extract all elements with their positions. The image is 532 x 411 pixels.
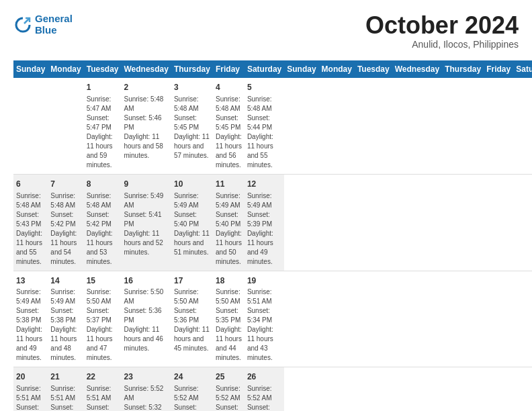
day-cell: 16Sunrise: 5:50 AM Sunset: 5:36 PM Dayli…: [121, 271, 171, 367]
day-info: Sunrise: 5:47 AM Sunset: 5:47 PM Dayligh…: [87, 95, 119, 170]
day-info: Sunrise: 5:49 AM Sunset: 5:39 PM Dayligh…: [247, 191, 281, 267]
day-info: Sunrise: 5:52 AM Sunset: 5:32 PM Dayligh…: [124, 384, 168, 411]
day-cell: 12Sunrise: 5:49 AM Sunset: 5:39 PM Dayli…: [245, 174, 284, 271]
day-cell: 5Sunrise: 5:48 AM Sunset: 5:44 PM Daylig…: [245, 78, 284, 174]
day-number: 5: [247, 82, 281, 93]
day-number: 10: [174, 179, 210, 190]
day-number: 18: [216, 275, 242, 287]
day-cell: 21Sunrise: 5:51 AM Sunset: 5:33 PM Dayli…: [48, 367, 83, 411]
day-number: 8: [87, 179, 119, 190]
day-info: Sunrise: 5:48 AM Sunset: 5:44 PM Dayligh…: [247, 95, 281, 170]
title-block: October 2024 Anulid, Ilocos, Philippines: [365, 13, 519, 50]
day-cell: 7Sunrise: 5:48 AM Sunset: 5:42 PM Daylig…: [48, 174, 83, 271]
day-cell: 14Sunrise: 5:49 AM Sunset: 5:38 PM Dayli…: [48, 271, 83, 367]
day-header-friday: Friday: [213, 60, 245, 78]
logo-icon: [13, 15, 32, 34]
day-number: 21: [50, 371, 81, 383]
day-number: 16: [124, 275, 168, 287]
day-cell: 24Sunrise: 5:52 AM Sunset: 5:32 PM Dayli…: [171, 367, 213, 411]
day-info: Sunrise: 5:52 AM Sunset: 5:31 PM Dayligh…: [216, 384, 242, 411]
day-cell: 13Sunrise: 5:49 AM Sunset: 5:38 PM Dayli…: [13, 271, 48, 367]
day-info: Sunrise: 5:51 AM Sunset: 5:34 PM Dayligh…: [247, 287, 281, 363]
day-number: 13: [16, 275, 45, 287]
day-cell: [48, 78, 83, 174]
day-info: Sunrise: 5:51 AM Sunset: 5:33 PM Dayligh…: [87, 384, 119, 411]
day-cell: 15Sunrise: 5:50 AM Sunset: 5:37 PM Dayli…: [84, 271, 122, 367]
day-cell: 18Sunrise: 5:50 AM Sunset: 5:35 PM Dayli…: [213, 271, 245, 367]
day-number: 6: [16, 179, 45, 190]
day-info: Sunrise: 5:50 AM Sunset: 5:36 PM Dayligh…: [174, 287, 210, 353]
day-cell: 20Sunrise: 5:51 AM Sunset: 5:34 PM Dayli…: [13, 367, 48, 411]
day-cell: 19Sunrise: 5:51 AM Sunset: 5:34 PM Dayli…: [245, 271, 284, 367]
day-number: 2: [124, 82, 168, 93]
day-info: Sunrise: 5:51 AM Sunset: 5:34 PM Dayligh…: [16, 384, 45, 411]
location: Anulid, Ilocos, Philippines: [365, 39, 519, 50]
day-info: Sunrise: 5:49 AM Sunset: 5:38 PM Dayligh…: [16, 287, 45, 363]
col-header-wednesday: Wednesday: [392, 60, 442, 78]
day-number: 24: [174, 371, 210, 383]
day-cell: 23Sunrise: 5:52 AM Sunset: 5:32 PM Dayli…: [121, 367, 171, 411]
day-number: 12: [247, 179, 281, 190]
logo-text: General Blue: [35, 13, 73, 36]
day-number: 14: [50, 275, 81, 287]
page-header: General Blue October 2024 Anulid, Ilocos…: [13, 13, 519, 50]
day-number: 19: [247, 275, 281, 287]
day-info: Sunrise: 5:49 AM Sunset: 5:40 PM Dayligh…: [216, 191, 242, 267]
col-header-thursday: Thursday: [442, 60, 484, 78]
day-info: Sunrise: 5:48 AM Sunset: 5:42 PM Dayligh…: [50, 191, 81, 267]
day-cell: 3Sunrise: 5:48 AM Sunset: 5:45 PM Daylig…: [171, 78, 213, 174]
day-info: Sunrise: 5:48 AM Sunset: 5:43 PM Dayligh…: [16, 191, 45, 267]
day-number: 20: [16, 371, 45, 383]
day-number: 23: [124, 371, 168, 383]
day-number: 1: [87, 82, 119, 93]
col-header-sunday: Sunday: [284, 60, 318, 78]
day-header-tuesday: Tuesday: [84, 60, 122, 78]
day-cell: 22Sunrise: 5:51 AM Sunset: 5:33 PM Dayli…: [84, 367, 122, 411]
day-info: Sunrise: 5:48 AM Sunset: 5:45 PM Dayligh…: [174, 95, 210, 161]
day-cell: 26Sunrise: 5:52 AM Sunset: 5:31 PM Dayli…: [245, 367, 284, 411]
day-cell: 8Sunrise: 5:48 AM Sunset: 5:42 PM Daylig…: [84, 174, 122, 271]
day-header-monday: Monday: [48, 60, 83, 78]
col-header-monday: Monday: [319, 60, 355, 78]
day-cell: 4Sunrise: 5:48 AM Sunset: 5:45 PM Daylig…: [213, 78, 245, 174]
day-number: 3: [174, 82, 210, 93]
col-header-tuesday: Tuesday: [355, 60, 392, 78]
week-row-1: 1Sunrise: 5:47 AM Sunset: 5:47 PM Daylig…: [13, 78, 532, 174]
week-row-2: 6Sunrise: 5:48 AM Sunset: 5:43 PM Daylig…: [13, 174, 532, 271]
day-number: 26: [247, 371, 281, 383]
week-row-4: 20Sunrise: 5:51 AM Sunset: 5:34 PM Dayli…: [13, 367, 532, 411]
day-info: Sunrise: 5:49 AM Sunset: 5:40 PM Dayligh…: [174, 191, 210, 257]
day-info: Sunrise: 5:48 AM Sunset: 5:46 PM Dayligh…: [124, 95, 168, 161]
day-number: 4: [216, 82, 242, 93]
logo: General Blue: [13, 13, 73, 36]
calendar-table: SundayMondayTuesdayWednesdayThursdayFrid…: [13, 60, 532, 411]
day-info: Sunrise: 5:51 AM Sunset: 5:33 PM Dayligh…: [50, 384, 81, 411]
day-number: 11: [216, 179, 242, 190]
col-header-saturday: Saturday: [513, 60, 532, 78]
day-cell: 11Sunrise: 5:49 AM Sunset: 5:40 PM Dayli…: [213, 174, 245, 271]
day-cell: 25Sunrise: 5:52 AM Sunset: 5:31 PM Dayli…: [213, 367, 245, 411]
day-info: Sunrise: 5:49 AM Sunset: 5:41 PM Dayligh…: [124, 191, 168, 257]
day-header-thursday: Thursday: [171, 60, 213, 78]
day-info: Sunrise: 5:50 AM Sunset: 5:35 PM Dayligh…: [216, 287, 242, 363]
day-info: Sunrise: 5:48 AM Sunset: 5:45 PM Dayligh…: [216, 95, 242, 170]
col-header-friday: Friday: [484, 60, 513, 78]
day-header-saturday: Saturday: [245, 60, 284, 78]
day-info: Sunrise: 5:49 AM Sunset: 5:38 PM Dayligh…: [50, 287, 81, 363]
day-cell: 2Sunrise: 5:48 AM Sunset: 5:46 PM Daylig…: [121, 78, 171, 174]
day-number: 15: [87, 275, 119, 287]
calendar-header-row: SundayMondayTuesdayWednesdayThursdayFrid…: [13, 60, 532, 78]
day-number: 17: [174, 275, 210, 287]
day-cell: 17Sunrise: 5:50 AM Sunset: 5:36 PM Dayli…: [171, 271, 213, 367]
day-header-sunday: Sunday: [13, 60, 48, 78]
day-info: Sunrise: 5:48 AM Sunset: 5:42 PM Dayligh…: [87, 191, 119, 267]
week-row-3: 13Sunrise: 5:49 AM Sunset: 5:38 PM Dayli…: [13, 271, 532, 367]
month-title: October 2024: [365, 13, 519, 38]
day-cell: 10Sunrise: 5:49 AM Sunset: 5:40 PM Dayli…: [171, 174, 213, 271]
day-info: Sunrise: 5:52 AM Sunset: 5:31 PM Dayligh…: [247, 384, 281, 411]
day-cell: [13, 78, 48, 174]
day-number: 22: [87, 371, 119, 383]
day-cell: 6Sunrise: 5:48 AM Sunset: 5:43 PM Daylig…: [13, 174, 48, 271]
day-number: 25: [216, 371, 242, 383]
day-info: Sunrise: 5:52 AM Sunset: 5:32 PM Dayligh…: [174, 384, 210, 411]
